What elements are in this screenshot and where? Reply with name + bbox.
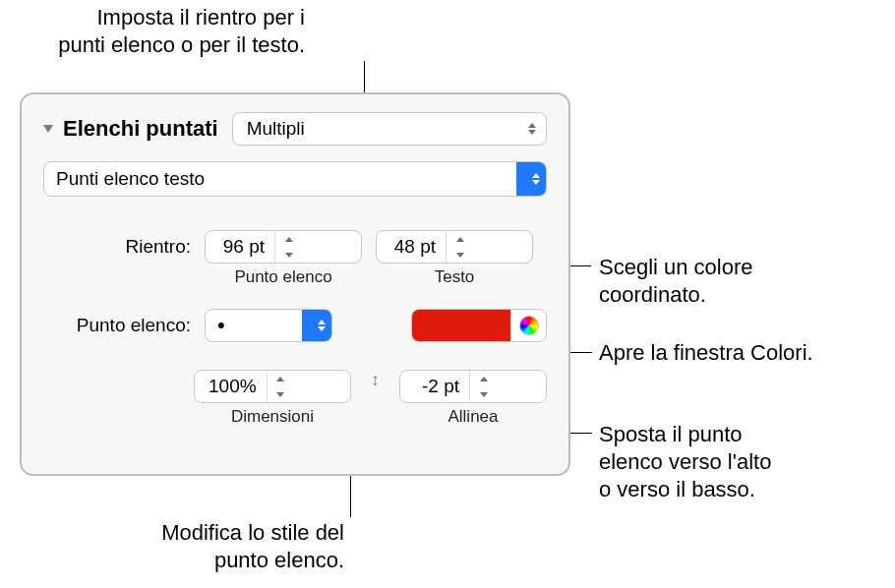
bullet-indent-caption: Punto elenco xyxy=(234,267,331,287)
chevron-updown-icon xyxy=(516,162,546,196)
stepper-arrows-icon[interactable] xyxy=(274,231,302,263)
section-title-text: Elenchi puntati xyxy=(63,116,218,142)
bullet-align-value: -2 pt xyxy=(400,372,469,401)
bullets-panel: Elenchi puntati Multipli Punti elenco te… xyxy=(20,92,570,476)
bullet-align-caption: Allinea xyxy=(448,407,498,427)
bullet-format-value: Punti elenco testo xyxy=(44,164,516,194)
color-swatch[interactable] xyxy=(412,310,510,341)
text-indent-stepper[interactable]: 48 pt xyxy=(376,230,533,264)
bullet-size-caption: Dimensioni xyxy=(231,407,314,427)
disclosure-icon xyxy=(43,125,53,133)
text-indent-caption: Testo xyxy=(435,267,475,287)
bullet-size-stepper[interactable]: 100% xyxy=(194,370,351,403)
stepper-arrows-icon[interactable] xyxy=(446,231,473,263)
bullet-char-popup[interactable]: • xyxy=(205,309,332,342)
callout-move-bullet: Sposta il punto elenco verso l'alto o ve… xyxy=(599,421,874,503)
bullet-char-value: • xyxy=(206,312,302,339)
callout-change-style: Modifica lo stile del punto elenco. xyxy=(89,519,344,574)
stepper-arrows-icon[interactable] xyxy=(469,371,497,402)
chevron-updown-icon xyxy=(520,123,536,135)
stepper-arrows-icon[interactable] xyxy=(267,371,294,402)
chevron-updown-icon xyxy=(302,310,331,341)
callout-opens-colors: Apre la finestra Colori. xyxy=(599,339,894,367)
bullet-align-stepper[interactable]: -2 pt xyxy=(399,370,547,403)
list-style-value: Multipli xyxy=(247,118,305,140)
bullet-char-label: Punto elenco: xyxy=(43,315,191,336)
bullet-color-well xyxy=(411,309,547,342)
color-wheel-icon xyxy=(519,316,539,335)
open-colors-button[interactable] xyxy=(510,310,546,341)
bullet-indent-value: 96 pt xyxy=(206,232,274,262)
callout-indent: Imposta il rientro per i punti elenco o … xyxy=(49,4,305,59)
vertical-align-icon: ↕ xyxy=(365,370,386,390)
list-style-popup[interactable]: Multipli xyxy=(232,112,547,146)
indent-label: Rientro: xyxy=(43,230,191,258)
bullet-indent-stepper[interactable]: 96 pt xyxy=(205,230,362,264)
bullet-size-value: 100% xyxy=(195,372,267,401)
text-indent-value: 48 pt xyxy=(377,232,446,262)
section-header[interactable]: Elenchi puntati xyxy=(43,116,218,142)
bullet-format-popup[interactable]: Punti elenco testo xyxy=(43,161,547,197)
callout-coord-color: Scegli un colore coordinato. xyxy=(599,254,874,309)
